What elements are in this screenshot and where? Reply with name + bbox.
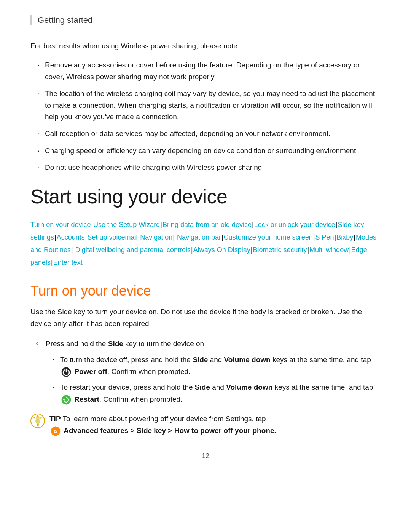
link-spen[interactable]: S Pen bbox=[315, 233, 334, 241]
link-always-on[interactable]: Always On Display bbox=[193, 246, 250, 254]
sub-bullet-item-1: To turn the device off, press and hold t… bbox=[49, 354, 381, 378]
bullet-item-2: The location of the wireless charging co… bbox=[34, 88, 381, 123]
bold-volume-down-2: Volume down bbox=[226, 383, 272, 391]
bullet-item-1: Remove any accessories or cover before u… bbox=[34, 59, 381, 83]
svg-line-6 bbox=[33, 417, 35, 418]
bullet-item-5: Do not use headphones while charging wit… bbox=[34, 162, 381, 173]
link-customize-home[interactable]: Customize your home screen bbox=[224, 233, 313, 241]
svg-line-7 bbox=[40, 417, 42, 418]
bold-side-key: Side bbox=[108, 340, 123, 348]
restart-label: Restart bbox=[74, 395, 99, 403]
bold-volume-down-1: Volume down bbox=[224, 356, 271, 364]
circle-bullet-list: Press and hold the Side key to turn the … bbox=[30, 338, 381, 405]
link-bring-data[interactable]: Bring data from an old device bbox=[162, 221, 252, 228]
bullet-list: Remove any accessories or cover before u… bbox=[30, 59, 381, 173]
tip-icon bbox=[30, 414, 45, 428]
link-setup-wizard[interactable]: Use the Setup Wizard bbox=[93, 221, 160, 228]
page-number: 12 bbox=[30, 452, 381, 460]
advanced-features-icon bbox=[51, 426, 61, 436]
bullet-item-3: Call reception or data services may be a… bbox=[34, 128, 381, 139]
power-icon bbox=[61, 367, 71, 377]
links-block: Turn on your device|Use the Setup Wizard… bbox=[30, 219, 381, 269]
sub-section-body: Use the Side key to turn your device on.… bbox=[30, 306, 381, 330]
link-enter-text[interactable]: Enter text bbox=[53, 259, 83, 266]
circle-bullet-item: Press and hold the Side key to turn the … bbox=[34, 338, 381, 405]
restart-icon bbox=[61, 395, 71, 405]
sub-bullet-item-2: To restart your device, press and hold t… bbox=[49, 381, 381, 405]
intro-text: For best results when using Wireless pow… bbox=[30, 40, 381, 52]
main-section-title: Start using your device bbox=[30, 185, 381, 208]
link-voicemail[interactable]: Set up voicemail bbox=[87, 233, 137, 241]
tip-box: TIP To learn more about powering off you… bbox=[30, 413, 381, 437]
power-off-label: Power off bbox=[74, 367, 107, 375]
tip-highlight: Advanced features > Side key > How to po… bbox=[64, 427, 276, 435]
link-digital-wellbeing[interactable]: Digital wellbeing and parental controls bbox=[75, 246, 191, 254]
bold-side-1: Side bbox=[193, 356, 208, 364]
tip-text: To learn more about powering off your de… bbox=[63, 415, 266, 423]
sub-bullet-list: To turn the device off, press and hold t… bbox=[46, 354, 381, 405]
svg-rect-9 bbox=[37, 425, 39, 426]
bold-side-2: Side bbox=[195, 383, 210, 391]
link-turn-on-device[interactable]: Turn on your device bbox=[30, 221, 91, 228]
link-accounts[interactable]: Accounts bbox=[57, 233, 85, 241]
page-header: Getting started bbox=[30, 15, 381, 25]
link-navigation-bar[interactable]: Navigation bar bbox=[177, 233, 221, 241]
tip-content: TIP To learn more about powering off you… bbox=[49, 413, 276, 437]
header-title: Getting started bbox=[38, 15, 92, 25]
bullet-item-4: Charging speed or efficiency can vary de… bbox=[34, 145, 381, 157]
link-biometric[interactable]: Biometric security bbox=[253, 246, 307, 254]
link-bixby[interactable]: Bixby bbox=[336, 233, 353, 241]
tip-label: TIP bbox=[49, 415, 61, 423]
svg-point-1 bbox=[62, 395, 71, 404]
link-lock-unlock[interactable]: Lock or unlock your device bbox=[254, 221, 335, 228]
link-multi-window[interactable]: Multi window bbox=[309, 246, 349, 254]
link-navigation[interactable]: Navigation bbox=[140, 233, 172, 241]
svg-rect-8 bbox=[37, 424, 39, 425]
sub-section-title: Turn on your device bbox=[30, 283, 381, 299]
